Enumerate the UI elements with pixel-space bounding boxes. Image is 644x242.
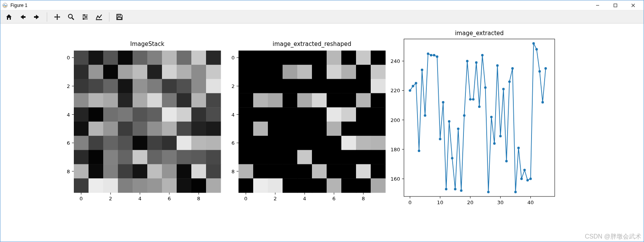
figure-canvas[interactable]: ImageStack0246802468image_extracted_resh… [0, 24, 644, 242]
svg-point-300 [469, 98, 471, 100]
svg-rect-63 [162, 107, 177, 122]
svg-text:8: 8 [362, 196, 365, 201]
svg-text:4: 4 [232, 112, 235, 118]
svg-rect-84 [177, 136, 192, 150]
edit-icon[interactable] [94, 12, 104, 22]
svg-point-311 [502, 88, 504, 90]
svg-rect-166 [356, 79, 371, 93]
svg-rect-143 [312, 51, 327, 65]
svg-rect-139 [253, 51, 268, 65]
svg-point-301 [472, 98, 474, 100]
back-icon[interactable] [18, 12, 27, 22]
svg-rect-202 [297, 136, 312, 150]
close-button[interactable] [624, 0, 642, 10]
svg-point-320 [529, 178, 532, 180]
svg-point-306 [487, 191, 489, 193]
svg-point-308 [493, 142, 496, 145]
lineplot: image_extracted010203040160180200220240 [390, 30, 555, 205]
svg-text:2: 2 [232, 83, 235, 89]
svg-rect-155 [341, 65, 356, 79]
toolbar-separator [47, 12, 47, 22]
svg-rect-114 [177, 178, 192, 193]
svg-text:6: 6 [232, 140, 235, 146]
svg-rect-197 [371, 122, 386, 136]
svg-rect-159 [253, 79, 268, 93]
svg-rect-196 [356, 122, 371, 136]
svg-point-303 [478, 105, 480, 108]
svg-rect-86 [206, 136, 221, 150]
svg-text:8: 8 [232, 169, 235, 174]
svg-rect-211 [283, 150, 298, 164]
svg-point-293 [448, 120, 450, 122]
svg-rect-96 [206, 150, 221, 164]
svg-text:4: 4 [67, 112, 70, 118]
svg-rect-207 [371, 136, 386, 150]
svg-rect-142 [297, 51, 312, 65]
svg-rect-212 [297, 150, 312, 164]
svg-point-310 [499, 135, 501, 137]
svg-point-298 [463, 114, 465, 117]
svg-rect-19 [103, 51, 118, 65]
forward-icon[interactable] [32, 12, 41, 22]
svg-point-291 [442, 101, 444, 103]
svg-rect-14 [118, 14, 120, 16]
svg-rect-185 [341, 107, 356, 122]
svg-rect-161 [283, 79, 298, 93]
svg-rect-140 [268, 51, 283, 65]
svg-rect-30 [118, 65, 133, 79]
svg-text:0: 0 [408, 200, 411, 205]
svg-rect-21 [133, 51, 148, 65]
svg-rect-145 [341, 51, 356, 65]
svg-point-313 [508, 80, 511, 83]
svg-point-323 [538, 70, 541, 73]
svg-rect-57 [74, 107, 89, 122]
svg-point-281 [412, 85, 414, 87]
svg-rect-215 [341, 150, 356, 164]
svg-rect-23 [162, 51, 177, 65]
svg-rect-108 [89, 178, 104, 193]
svg-point-283 [418, 150, 420, 152]
svg-rect-47 [74, 93, 89, 107]
svg-rect-106 [206, 164, 221, 178]
svg-rect-31 [133, 65, 148, 79]
svg-rect-179 [253, 107, 268, 122]
subplots-icon[interactable] [80, 12, 90, 22]
svg-rect-34 [177, 65, 192, 79]
svg-rect-101 [133, 164, 148, 178]
svg-rect-165 [341, 79, 356, 93]
svg-point-286 [427, 52, 429, 55]
svg-rect-205 [341, 136, 356, 150]
svg-rect-200 [268, 136, 283, 150]
svg-rect-216 [356, 150, 371, 164]
zoom-icon[interactable] [66, 12, 76, 22]
svg-rect-111 [133, 178, 148, 193]
svg-rect-28 [89, 65, 104, 79]
svg-text:2: 2 [109, 196, 112, 201]
svg-point-302 [475, 61, 477, 64]
svg-point-299 [466, 60, 469, 62]
svg-point-288 [433, 54, 435, 56]
svg-text:0: 0 [232, 55, 235, 61]
svg-rect-110 [118, 178, 133, 193]
maximize-button[interactable] [607, 0, 624, 10]
home-icon[interactable] [4, 12, 14, 22]
svg-rect-201 [283, 136, 298, 150]
svg-rect-226 [356, 164, 371, 178]
svg-rect-176 [356, 93, 371, 107]
svg-rect-224 [327, 164, 342, 178]
svg-text:2: 2 [274, 196, 277, 201]
heatmap-1: image_extracted_reshaped0246802468 [232, 41, 386, 201]
pan-icon[interactable] [53, 12, 62, 22]
svg-rect-39 [103, 79, 118, 93]
svg-rect-82 [147, 136, 162, 150]
save-icon[interactable] [115, 12, 124, 22]
minimize-button[interactable] [589, 0, 607, 10]
svg-rect-113 [162, 178, 177, 193]
svg-rect-66 [206, 107, 221, 122]
svg-rect-206 [356, 136, 371, 150]
svg-rect-29 [103, 65, 118, 79]
svg-text:4: 4 [303, 196, 306, 201]
svg-rect-220 [268, 164, 283, 178]
svg-text:200: 200 [390, 117, 400, 123]
svg-rect-15 [118, 17, 121, 19]
